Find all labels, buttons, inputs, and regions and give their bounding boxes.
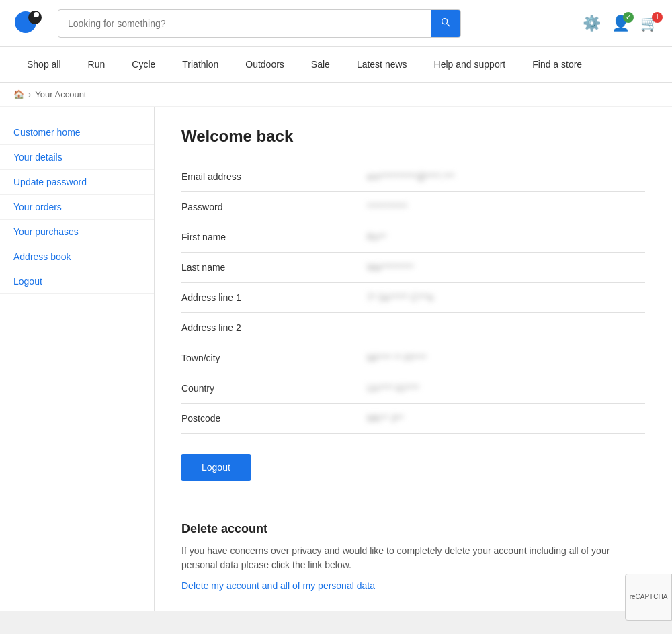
nav-item-outdoors[interactable]: Outdoors (232, 47, 298, 82)
nav-item-run[interactable]: Run (75, 47, 119, 82)
field-label: Last name (181, 253, 367, 283)
breadcrumb: 🏠 › Your Account (0, 83, 672, 107)
search-bar (58, 9, 461, 38)
table-row: CountryUn**** Ki**** (181, 373, 645, 404)
delete-account-section: Delete account If you have concerns over… (181, 522, 645, 591)
table-row: Address line 17* Se***** C***e (181, 283, 645, 313)
table-row: PostcodeMK** 3** (181, 404, 645, 434)
svg-point-2 (34, 12, 39, 17)
header-icons: ⚙️ 👤 ✓ 🛒 1 (583, 15, 659, 32)
field-label: Address line 1 (181, 283, 367, 313)
field-label: Town/city (181, 343, 367, 373)
footer-main: Follow us 𝕏 f ▶ in Lorem ipsum dolor sit… (0, 611, 672, 634)
search-input[interactable] (58, 11, 431, 36)
svg-point-3 (442, 18, 448, 24)
field-value (367, 313, 645, 343)
field-value: MK** 3** (367, 404, 645, 434)
table-row: First nameRo** (181, 222, 645, 253)
table-row: Password*********** (181, 192, 645, 222)
delete-account-link[interactable]: Delete my account and all of my personal… (181, 580, 375, 591)
sidebar-item-your-details[interactable]: Your details (0, 145, 154, 170)
nav-item-latest-news[interactable]: Latest news (343, 47, 421, 82)
search-button[interactable] (431, 10, 460, 37)
page-title: Welcome back (181, 127, 645, 146)
main-nav: Shop all Run Cycle Triathlon Outdoors Sa… (0, 47, 672, 83)
sidebar-item-update-password[interactable]: Update password (0, 170, 154, 195)
breadcrumb-separator: › (28, 89, 31, 99)
field-label: Address line 2 (181, 313, 367, 343)
recaptcha-widget: reCAPTCHA (625, 574, 672, 621)
logo[interactable] (13, 5, 47, 41)
table-row: Address line 2 (181, 313, 645, 343)
main-layout: Customer home Your details Update passwo… (0, 107, 672, 611)
logout-button[interactable]: Logout (181, 454, 251, 481)
field-value: *********** (367, 192, 645, 222)
field-value: Mi**** ** Fl**** (367, 343, 645, 373)
delete-account-description: If you have concerns over privacy and wo… (181, 544, 645, 572)
account-badge: ✓ (623, 12, 634, 23)
section-divider (181, 508, 645, 508)
sidebar-item-your-orders[interactable]: Your orders (0, 195, 154, 220)
header: ⚙️ 👤 ✓ 🛒 1 (0, 0, 672, 47)
field-value: em**********@****.*** (367, 162, 645, 192)
field-value: Ro** (367, 222, 645, 253)
nav-item-find-a-store[interactable]: Find a store (519, 47, 595, 82)
main-content: Welcome back Email addressem**********@*… (155, 107, 672, 611)
nav-item-shop-all[interactable]: Shop all (13, 47, 75, 82)
cart-button[interactable]: 🛒 1 (640, 15, 659, 32)
field-label: Email address (181, 162, 367, 192)
field-value: Un**** Ki**** (367, 373, 645, 404)
cart-badge: 1 (652, 12, 663, 23)
table-row: Town/cityMi**** ** Fl**** (181, 343, 645, 373)
settings-button[interactable]: ⚙️ (583, 15, 601, 32)
sidebar: Customer home Your details Update passwo… (0, 107, 155, 611)
field-label: First name (181, 222, 367, 253)
nav-item-cycle[interactable]: Cycle (118, 47, 169, 82)
field-label: Country (181, 373, 367, 404)
svg-line-4 (447, 24, 450, 26)
field-label: Postcode (181, 404, 367, 434)
sidebar-item-address-book[interactable]: Address book (0, 244, 154, 269)
field-label: Password (181, 192, 367, 222)
sidebar-item-customer-home[interactable]: Customer home (0, 120, 154, 145)
delete-account-title: Delete account (181, 522, 645, 536)
table-row: Last nameWa********* (181, 253, 645, 283)
nav-item-sale[interactable]: Sale (298, 47, 343, 82)
breadcrumb-home[interactable]: 🏠 (13, 89, 24, 99)
field-value: 7* Se***** C***e (367, 283, 645, 313)
nav-item-triathlon[interactable]: Triathlon (169, 47, 232, 82)
field-value: Wa********* (367, 253, 645, 283)
table-row: Email addressem**********@****.*** (181, 162, 645, 192)
breadcrumb-current: Your Account (35, 89, 86, 99)
account-button[interactable]: 👤 ✓ (612, 15, 630, 32)
nav-item-help-and-support[interactable]: Help and support (421, 47, 519, 82)
account-info-table: Email addressem**********@****.***Passwo… (181, 162, 645, 434)
sidebar-item-logout[interactable]: Logout (0, 269, 154, 294)
sidebar-item-your-purchases[interactable]: Your purchases (0, 220, 154, 244)
